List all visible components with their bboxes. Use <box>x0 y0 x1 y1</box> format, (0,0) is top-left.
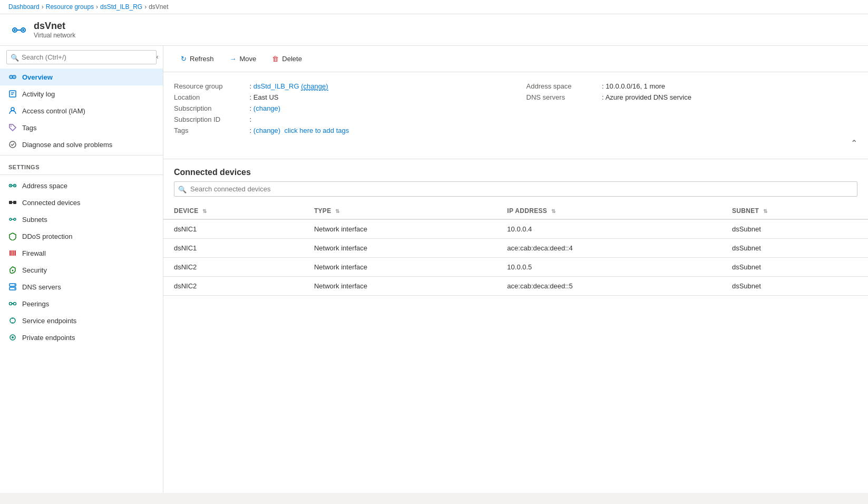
location-label: Location <box>174 93 248 101</box>
sidebar-item-firewall[interactable]: Firewall <box>0 245 163 261</box>
col-subnet: SUBNET ⇅ <box>721 203 868 219</box>
svg-point-4 <box>22 29 24 31</box>
svg-point-9 <box>14 76 15 77</box>
subscription-change-link[interactable]: (change) <box>253 104 280 112</box>
devices-search-icon: 🔍 <box>178 185 187 193</box>
table-row: dsNIC2 Network interface ace:cab:deca:de… <box>163 277 868 296</box>
breadcrumb-resource-group-name[interactable]: dsStd_ILB_RG <box>100 3 142 11</box>
location-row: Location : East US <box>174 92 505 103</box>
svg-point-3 <box>14 29 16 31</box>
refresh-button[interactable]: ↻ Refresh <box>174 51 221 66</box>
subscription-id-label: Subscription ID <box>174 115 248 123</box>
dns-servers-icon <box>8 283 17 291</box>
address-space-row: Address space : 10.0.0.0/16, 1 more <box>526 81 858 92</box>
info-section: Resource group : dsStd_ILB_RG (change) L… <box>163 72 868 159</box>
sidebar-item-peerings[interactable]: Peerings <box>0 295 163 312</box>
resource-title: dsVnet Virtual network <box>34 21 75 39</box>
svg-point-44 <box>12 336 14 338</box>
sidebar-item-activity-log[interactable]: Activity log <box>0 85 163 102</box>
breadcrumb-dashboard[interactable]: Dashboard <box>8 3 40 11</box>
resource-group-change-link[interactable]: (change) <box>301 82 328 91</box>
firewall-icon <box>8 249 17 257</box>
sidebar-item-label-peerings: Peerings <box>22 300 49 308</box>
private-endpoints-icon <box>8 333 17 342</box>
subscription-row: Subscription : (change) <box>174 103 505 114</box>
collapse-button[interactable]: ⌃ <box>174 136 857 150</box>
breadcrumb: Dashboard › Resource groups › dsStd_ILB_… <box>0 0 868 14</box>
sidebar-item-service-endpoints[interactable]: Service endpoints <box>0 312 163 329</box>
sidebar-item-connected-devices[interactable]: Connected devices <box>0 194 163 211</box>
overview-icon <box>8 73 17 81</box>
sidebar-item-ddos[interactable]: DDoS protection <box>0 228 163 245</box>
sidebar-item-diagnose[interactable]: Diagnose and solve problems <box>0 136 163 153</box>
delete-icon: 🗑 <box>272 55 279 63</box>
connected-devices-title: Connected devices <box>163 159 868 181</box>
col-type: TYPE ⇅ <box>304 203 496 219</box>
address-space-icon <box>8 181 17 190</box>
svg-point-37 <box>14 303 16 305</box>
cell-subnet: dsSubnet <box>721 219 868 239</box>
svg-point-20 <box>14 185 15 186</box>
add-tags-link[interactable]: click here to add tags <box>284 127 349 134</box>
settings-section-label: Settings <box>0 158 163 172</box>
info-grid: Resource group : dsStd_ILB_RG (change) L… <box>174 81 857 136</box>
svg-point-8 <box>11 76 12 77</box>
sidebar-item-subnets[interactable]: Subnets <box>0 211 163 228</box>
connected-devices-section: Connected devices 🔍 DEVICE ⇅ TYPE ⇅ <box>163 159 868 296</box>
svg-rect-22 <box>13 201 16 204</box>
cell-device: dsNIC1 <box>163 239 304 258</box>
sidebar-item-address-space[interactable]: Address space <box>0 177 163 194</box>
svg-rect-21 <box>9 201 12 204</box>
move-icon: → <box>230 55 237 63</box>
type-sort-icon[interactable]: ⇅ <box>335 208 339 214</box>
dns-servers-row: DNS servers : Azure provided DNS service <box>526 92 858 103</box>
location-value: : East US <box>248 93 279 101</box>
tags-row: Tags : (change) click here to add tags <box>174 125 505 136</box>
delete-button[interactable]: 🗑 Delete <box>265 51 309 66</box>
tags-info-label: Tags <box>174 127 248 134</box>
sidebar-item-access-control[interactable]: Access control (IAM) <box>0 102 163 119</box>
device-sort-icon[interactable]: ⇅ <box>202 208 207 214</box>
dns-servers-label: DNS servers <box>526 93 600 101</box>
address-space-label: Address space <box>526 82 600 90</box>
breadcrumb-resource-groups[interactable]: Resource groups <box>46 3 94 11</box>
resource-icon <box>11 22 27 38</box>
breadcrumb-current: dsVnet <box>149 3 168 11</box>
search-input[interactable] <box>6 50 157 64</box>
table-header-row: DEVICE ⇅ TYPE ⇅ IP ADDRESS ⇅ SUBNET <box>163 203 868 219</box>
connected-devices-icon <box>8 198 17 207</box>
devices-search-input[interactable] <box>174 181 857 197</box>
sidebar-item-overview[interactable]: Overview <box>0 69 163 85</box>
refresh-label: Refresh <box>190 55 214 63</box>
sidebar-item-dns-servers[interactable]: DNS servers <box>0 278 163 295</box>
ip-sort-icon[interactable]: ⇅ <box>551 208 555 214</box>
resource-name: dsVnet <box>34 21 75 32</box>
sidebar-item-label-diagnose: Diagnose and solve problems <box>22 141 112 149</box>
svg-point-34 <box>14 285 15 286</box>
col-ip-address: IP ADDRESS ⇅ <box>496 203 721 219</box>
svg-point-24 <box>9 218 12 220</box>
sidebar-item-security[interactable]: Security <box>0 261 163 278</box>
dns-servers-value: : Azure provided DNS service <box>600 93 691 101</box>
content-area: ↻ Refresh → Move 🗑 Delete Resource group… <box>163 46 868 493</box>
cell-type: Network interface <box>304 219 496 239</box>
sidebar-item-private-endpoints[interactable]: Private endpoints <box>0 329 163 346</box>
svg-point-35 <box>14 288 15 289</box>
cell-device: dsNIC2 <box>163 258 304 277</box>
sidebar-item-label-firewall: Firewall <box>22 249 46 257</box>
diagnose-icon <box>8 140 17 149</box>
subnet-sort-icon[interactable]: ⇅ <box>763 208 767 214</box>
sidebar-item-label-address-space: Address space <box>22 182 67 190</box>
cell-ip: 10.0.0.4 <box>496 219 721 239</box>
refresh-icon: ↻ <box>181 55 187 63</box>
sidebar-item-tags[interactable]: Tags <box>0 119 163 136</box>
main-layout: « 🔍 Overview <box>0 46 868 493</box>
tags-change-link[interactable]: (change) <box>253 127 280 134</box>
sidebar-item-label-tags: Tags <box>22 124 36 132</box>
subscription-id-value: : <box>248 115 251 123</box>
move-button[interactable]: → Move <box>223 51 264 66</box>
sidebar-item-label-security: Security <box>22 266 47 274</box>
resource-group-value[interactable]: dsStd_ILB_RG <box>253 82 299 90</box>
sidebar-item-label-subnets: Subnets <box>22 216 47 224</box>
cell-type: Network interface <box>304 258 496 277</box>
